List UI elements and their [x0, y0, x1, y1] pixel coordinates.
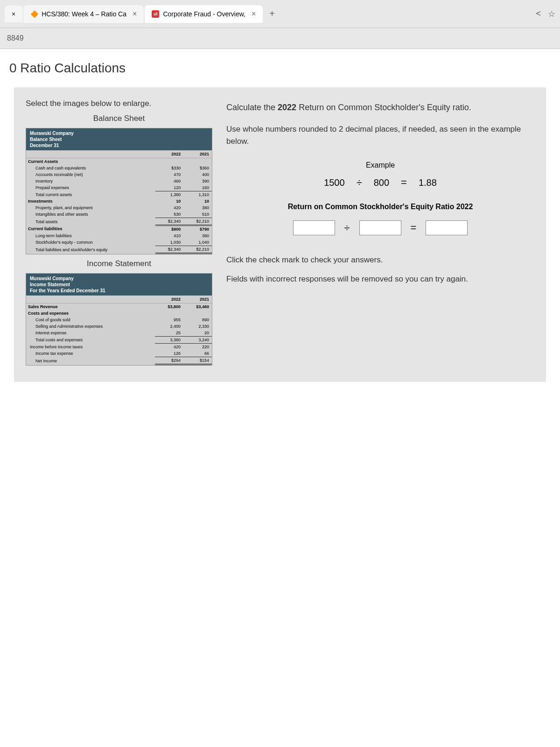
tab-corporate-fraud[interactable]: all Corporate Fraud - Overview, ×	[145, 5, 263, 23]
equals-icon: =	[401, 176, 407, 189]
new-tab-button[interactable]: +	[264, 6, 280, 21]
example-a: 1500	[324, 177, 345, 188]
bs-header: Murawski Company Balance Sheet December …	[26, 128, 212, 150]
page-content: 0 Ratio Calculations Select the images b…	[0, 49, 560, 747]
bs-table: 20222021 Current Assets Cash and cash eq…	[26, 150, 212, 254]
url-bar-area: 8849	[0, 28, 560, 49]
share-icon[interactable]: <	[536, 9, 541, 19]
content-area: Select the images below to enlarge. Bala…	[14, 87, 546, 382]
question-text: Calculate the 2022 Return on Common Stoc…	[226, 101, 534, 114]
is-table: 20222021 Sales Revenue$3,800$3,460 Costs…	[26, 296, 212, 365]
star-icon[interactable]: ☆	[548, 9, 555, 19]
example-b: 800	[374, 177, 389, 188]
hint-text: Use whole numbers rounded to 2 decimal p…	[226, 123, 534, 147]
denominator-input[interactable]	[359, 220, 401, 235]
ratio-title: Return on Common Stockholder's Equity Ra…	[226, 203, 534, 211]
left-panel: Select the images below to enlarge. Bala…	[26, 99, 212, 370]
close-icon[interactable]: ×	[252, 10, 256, 18]
close-icon[interactable]: ×	[12, 10, 15, 18]
close-icon[interactable]: ×	[133, 10, 137, 18]
divide-icon: ÷	[344, 222, 350, 234]
example-label: Example	[226, 161, 534, 169]
income-statement-title: Income Statement	[26, 259, 212, 268]
retry-instruction: Fields with incorrect responses will be …	[226, 273, 534, 285]
tab-label: HCS/380: Week 4 – Ratio Ca	[42, 10, 126, 18]
example-equation: 1500 ÷ 800 = 1.88	[226, 176, 534, 189]
balance-sheet-title: Balance Sheet	[26, 114, 212, 123]
divide-icon: ÷	[357, 176, 362, 189]
url-fragment: 8849	[7, 34, 24, 42]
right-panel: Calculate the 2022 Return on Common Stoc…	[226, 99, 534, 370]
tab-favicon-icon: all	[152, 10, 159, 18]
instruction-text: Select the images below to enlarge.	[26, 99, 212, 108]
income-statement-image[interactable]: Murawski Company Income Statement For th…	[26, 273, 212, 366]
example-c: 1.88	[419, 177, 437, 188]
tab-favicon-icon: 🔶	[30, 10, 38, 18]
page-title: 0 Ratio Calculations	[0, 49, 560, 83]
result-input[interactable]	[426, 220, 468, 235]
check-instruction: Click the check mark to check your answe…	[226, 254, 534, 266]
is-header: Murawski Company Income Statement For th…	[26, 274, 212, 296]
input-equation: ÷ =	[226, 220, 534, 235]
tab-close-first[interactable]: ×	[5, 6, 22, 22]
balance-sheet-image[interactable]: Murawski Company Balance Sheet December …	[26, 128, 212, 254]
equals-icon: =	[411, 222, 417, 234]
browser-tabs: × 🔶 HCS/380: Week 4 – Ratio Ca × all Cor…	[0, 0, 560, 28]
numerator-input[interactable]	[293, 220, 335, 235]
tab-label: Corporate Fraud - Overview,	[163, 10, 245, 18]
tab-hcs380[interactable]: 🔶 HCS/380: Week 4 – Ratio Ca ×	[23, 5, 144, 23]
